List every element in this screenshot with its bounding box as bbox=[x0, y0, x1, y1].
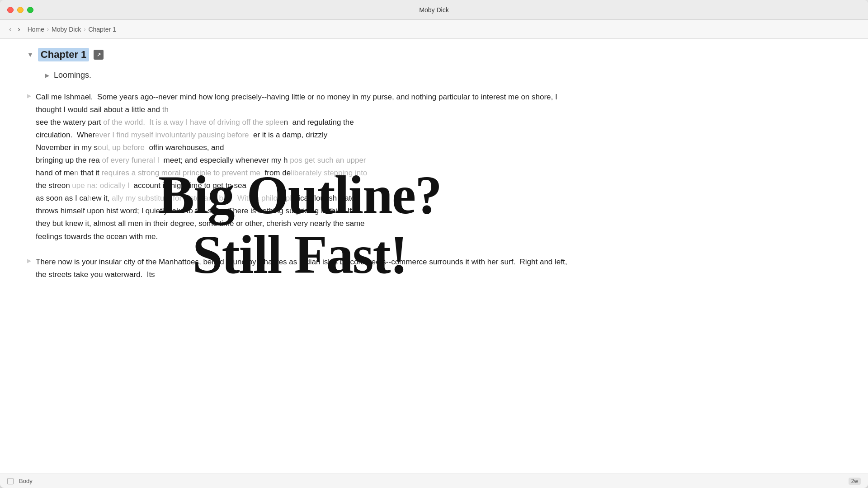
maximize-button[interactable] bbox=[27, 7, 33, 13]
breadcrumb-chapter[interactable]: Chapter 1 bbox=[88, 26, 116, 33]
status-checkbox[interactable] bbox=[7, 478, 14, 484]
chapter-icon[interactable]: ↗ bbox=[94, 50, 104, 60]
chapter-title[interactable]: Chapter 1 bbox=[38, 48, 89, 61]
para-arrow-2: ▶ bbox=[27, 258, 31, 264]
para-text-1[interactable]: Call me Ishmael. Some years ago--never m… bbox=[36, 91, 578, 243]
breadcrumb-book[interactable]: Moby Dick bbox=[52, 26, 81, 33]
navbar: ‹ › Home › Moby Dick › Chapter 1 bbox=[0, 20, 868, 39]
chapter-collapse-arrow[interactable]: ▼ bbox=[27, 51, 33, 58]
window-title: Moby Dick bbox=[419, 6, 448, 14]
close-button[interactable] bbox=[7, 7, 14, 13]
status-label: Body bbox=[19, 478, 33, 484]
minimize-button[interactable] bbox=[17, 7, 24, 13]
breadcrumb-home[interactable]: Home bbox=[28, 26, 44, 33]
breadcrumb: Home › Moby Dick › Chapter 1 bbox=[28, 26, 116, 33]
subheading-text: Loomings. bbox=[54, 70, 91, 80]
content-area: ▼ Chapter 1 ↗ ▶ Loomings. ▶ Call me Ishm… bbox=[0, 39, 868, 474]
status-badge: 2w bbox=[849, 478, 861, 485]
breadcrumb-sep-1: › bbox=[47, 26, 49, 33]
subheading-row: ▶ Loomings. bbox=[27, 70, 850, 80]
para-text-2[interactable]: There now is your insular city of the Ma… bbox=[36, 256, 578, 281]
paragraph-block-1: ▶ Call me Ishmael. Some years ago--never… bbox=[27, 91, 850, 243]
breadcrumb-sep-2: › bbox=[84, 26, 85, 33]
subheading-arrow[interactable]: ▶ bbox=[45, 72, 49, 79]
chapter-header: ▼ Chapter 1 ↗ bbox=[27, 48, 850, 61]
traffic-lights bbox=[7, 7, 33, 13]
app-window: Moby Dick ‹ › Home › Moby Dick › Chapter… bbox=[0, 0, 868, 488]
nav-arrows: ‹ › bbox=[7, 24, 22, 34]
statusbar: Body 2w bbox=[0, 474, 868, 488]
para-arrow-1: ▶ bbox=[27, 93, 31, 99]
paragraph-block-2: ▶ There now is your insular city of the … bbox=[27, 256, 850, 281]
titlebar: Moby Dick bbox=[0, 0, 868, 20]
back-button[interactable]: ‹ bbox=[7, 24, 13, 34]
forward-button[interactable]: › bbox=[16, 24, 22, 34]
